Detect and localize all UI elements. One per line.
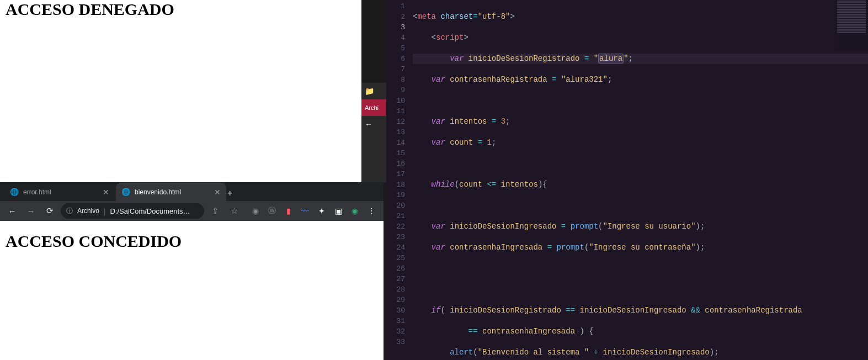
menu-icon[interactable]: ⋮ [364,203,379,219]
back-button[interactable]: ← [4,203,20,219]
line-number: 15 [386,148,405,158]
browser-window-1: ACCESO DENEGADO [0,0,361,182]
puzzle-icon[interactable]: ✦ [314,203,329,219]
line-number: 14 [386,137,405,148]
line-number: 18 [386,179,405,190]
browser-window-2: 🌐 error.html ✕ 🌐 bienvenido.html ✕ + v —… [0,182,384,360]
line-number: 19 [386,190,405,200]
ext-icon-3[interactable]: ▮ [281,203,296,219]
close-icon[interactable]: ✕ [103,188,109,197]
window-icon[interactable]: ▣ [331,203,346,219]
tab-label: error.html [23,188,51,196]
line-number: 13 [386,127,405,137]
divider: | [104,207,105,215]
line-number: 21 [386,211,405,221]
line-number: 27 [386,274,405,284]
eye-icon[interactable]: ◉ [347,203,363,219]
page-content-2: ACCESO CONCEDIDO [0,221,384,360]
code-editor[interactable]: 1 2 3 4 5 6 7 8 9 10 11 12 13 14 15 16 1… [386,0,868,360]
line-number: 22 [386,221,405,232]
line-number: 11 [386,106,405,117]
line-gutter: 1 2 3 4 5 6 7 8 9 10 11 12 13 14 15 16 1… [386,0,413,360]
back-arrow-icon[interactable]: ← [361,116,386,133]
address-bar[interactable]: ⓘ Archivo | D:/SalCom/Documents… [61,203,204,219]
bookmark-star-icon[interactable]: ☆ [226,203,242,219]
line-number: 1 [386,1,405,12]
reload-button[interactable]: ⟳ [42,203,57,219]
line-number: 26 [386,263,405,274]
globe-icon: 🌐 [10,188,19,197]
info-icon: ⓘ [66,207,73,216]
line-number: 10 [386,96,405,106]
tab-error[interactable]: 🌐 error.html ✕ [4,183,115,201]
heading-granted: ACCESO CONCEDIDO [6,232,378,251]
line-number: 4 [386,33,405,43]
forward-button[interactable]: → [23,203,39,219]
address-path: D:/SalCom/Documents… [110,207,190,215]
line-number: 33 [386,337,405,347]
line-number: 16 [386,158,405,169]
extensions-area: ◉ ⓦ ▮ 〰 ✦ ▣ ◉ ⋮ [248,203,379,219]
line-number: 12 [386,117,405,127]
line-number: 23 [386,232,405,242]
code-content[interactable]: <meta charset="utf-8"> <script> var inic… [413,0,868,360]
minimap[interactable] [835,0,868,50]
line-number: 32 [386,326,405,337]
address-prefix: Archivo [77,207,99,215]
tab-label: bienvenido.html [135,188,181,196]
close-icon[interactable]: ✕ [214,188,221,197]
page-content-1: ACCESO DENEGADO [0,0,361,19]
globe-icon: 🌐 [121,188,130,197]
line-number: 31 [386,316,405,326]
line-number: 5 [386,43,405,54]
explorer-peek: 📁 Archi ← [361,83,386,182]
line-number: 20 [386,200,405,211]
line-number: 29 [386,295,405,305]
line-number: 9 [386,85,405,96]
ext-icon-1[interactable]: ◉ [248,203,263,219]
line-number: 25 [386,253,405,263]
line-number: 8 [386,75,405,85]
line-number: 3 [386,22,405,33]
share-icon[interactable]: ⇪ [207,203,223,219]
line-number: 28 [386,284,405,295]
folder-icon: 📁 [361,83,386,99]
browser-toolbar: ← → ⟳ ⓘ Archivo | D:/SalCom/Documents… ⇪… [0,201,384,221]
line-number: 2 [386,12,405,22]
new-tab-button[interactable]: + [227,186,232,201]
ext-icon-2[interactable]: ⓦ [264,203,280,219]
line-number: 6 [386,54,405,64]
tab-bar: 🌐 error.html ✕ 🌐 bienvenido.html ✕ + v —… [0,182,384,201]
tab-bienvenido[interactable]: 🌐 bienvenido.html ✕ [116,183,226,201]
line-number: 30 [386,305,405,316]
line-number: 24 [386,242,405,253]
heading-denied: ACCESO DENEGADO [6,0,356,19]
line-number: 17 [386,169,405,179]
archivo-menu[interactable]: Archi [361,99,386,116]
line-number: 7 [386,64,405,75]
ext-icon-4[interactable]: 〰 [297,203,313,219]
